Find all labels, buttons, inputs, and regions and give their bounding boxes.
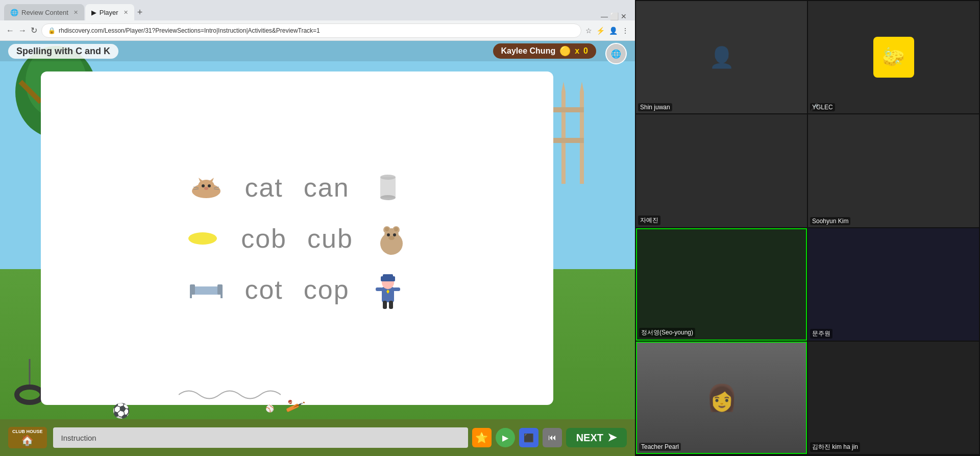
video-cell-kimhajin: 김하진 kim ha jin	[808, 342, 979, 454]
svg-rect-46	[383, 274, 393, 278]
word-cat: cat	[244, 172, 283, 203]
video-cell-jayejin: 자예진	[636, 114, 807, 227]
tire-swing	[14, 359, 45, 410]
cub-icon-container	[374, 226, 409, 251]
close-window-button[interactable]: ✕	[621, 12, 627, 20]
menu-icon[interactable]: ⋮	[622, 27, 629, 35]
cob-icon-container	[185, 226, 220, 251]
word-cop: cop	[304, 274, 350, 305]
play-icon: ▶	[502, 433, 508, 443]
coin-icon: 🟡	[559, 45, 571, 57]
score-badge: Kaylee Chung 🟡 x 0	[493, 43, 597, 59]
soccer-ball-decoration: ⚽	[112, 402, 130, 419]
tab-label-player: Player	[100, 9, 118, 16]
restore-button[interactable]: ⬜	[610, 12, 619, 20]
instruction-bar: Instruction	[53, 427, 468, 448]
title-badge: Spelling with C and K	[8, 44, 118, 59]
avatar-icon: 🌐	[611, 49, 621, 59]
teacher-person-icon: 👩	[706, 383, 738, 413]
star-icon: ⭐	[475, 431, 488, 444]
svg-point-18	[202, 184, 205, 187]
jayejin-video	[636, 114, 807, 227]
video-panel: 👤 Shin juwan 🧽 🎤 YGLEC 자예진 Soohyun Kim 정…	[635, 0, 980, 456]
tab-player-icon: ▶	[91, 9, 96, 16]
player-name: Kaylee Chung	[501, 46, 556, 56]
reload-button[interactable]: ↻	[31, 26, 37, 35]
kimhajin-video	[808, 342, 979, 454]
svg-point-26	[380, 175, 396, 180]
bookmark-icon[interactable]: ☆	[585, 27, 592, 35]
avatar-button[interactable]: 🌐	[605, 43, 627, 64]
stop-button[interactable]: ⬛	[519, 428, 538, 447]
svg-rect-51	[393, 287, 400, 291]
shin-juwan-label: Shin juwan	[638, 103, 672, 111]
word-cub: cub	[307, 223, 353, 254]
game-title: Spelling with C and K	[16, 46, 110, 56]
svg-rect-38	[191, 286, 222, 295]
browser-window: 🌐 Review Content ✕ ▶ Player ✕ + — ⬜ ✕ ← …	[0, 0, 635, 456]
svg-rect-49	[389, 301, 393, 309]
back-button[interactable]: ←	[6, 26, 14, 35]
rewind-button[interactable]: ⏮	[543, 428, 562, 447]
yglec-avatar: 🧽	[873, 37, 914, 78]
word-row-3: cot cop	[61, 274, 533, 305]
tab-label-review: Review Content	[21, 9, 68, 16]
video-cell-moonjuwon: 문주원	[808, 228, 979, 341]
club-house-button[interactable]: CLUB HOUSE 🏠	[8, 427, 47, 449]
profile-icon[interactable]: 👤	[609, 27, 618, 35]
svg-rect-25	[380, 177, 396, 198]
extensions-icon[interactable]: ⚡	[596, 27, 605, 35]
tab-player[interactable]: ▶ Player ✕	[85, 4, 134, 20]
nav-icons: ☆ ⚡ 👤 ⋮	[585, 27, 629, 35]
url-text: rhdiscovery.com/Lesson/Player/31?Preview…	[59, 27, 320, 34]
content-card: cat can	[41, 71, 553, 405]
tab-close-player[interactable]: ✕	[124, 9, 128, 16]
soohyun-label: Soohyun Kim	[810, 217, 850, 225]
svg-point-20	[204, 187, 208, 190]
word-row-1: cat can	[61, 172, 533, 203]
moonjuwon-video	[808, 228, 979, 341]
nav-bar: ← → ↻ 🔒 rhdiscovery.com/Lesson/Player/31…	[0, 20, 635, 41]
tab-review-content[interactable]: 🌐 Review Content ✕	[4, 4, 84, 20]
video-cell-teacher-pearl: 👩 Teacher Pearl	[636, 342, 807, 454]
cop-icon-container	[370, 277, 406, 302]
can-illustration	[375, 172, 401, 203]
svg-rect-48	[383, 301, 387, 309]
cub-illustration	[374, 221, 409, 256]
minimize-button[interactable]: —	[601, 12, 608, 20]
svg-point-35	[387, 233, 390, 236]
svg-point-36	[393, 233, 396, 236]
word-cob: cob	[241, 223, 287, 254]
ground-path-decoration	[179, 385, 281, 405]
svg-rect-50	[376, 287, 383, 291]
score-value: 0	[583, 46, 588, 56]
teacher-pearl-label: Teacher Pearl	[639, 443, 681, 451]
game-header: Spelling with C and K Kaylee Chung 🟡 x 0…	[0, 41, 635, 61]
placeholder-icon: 👤	[709, 45, 734, 69]
cot-icon-container	[188, 277, 224, 302]
stop-icon: ⬛	[524, 433, 534, 443]
jayejin-label: 자예진	[638, 215, 660, 225]
cat-illustration	[188, 175, 224, 200]
teacher-avatar: 👩	[637, 343, 806, 453]
baseball-decoration: ⚾	[265, 404, 274, 413]
rewind-icon: ⏮	[548, 433, 556, 442]
star-button[interactable]: ⭐	[472, 428, 492, 447]
video-cell-seoyoung: 정서영(Seo-young)	[636, 228, 807, 341]
tab-bar: 🌐 Review Content ✕ ▶ Player ✕ + — ⬜ ✕	[0, 0, 635, 20]
seoyoung-label: 정서영(Seo-young)	[639, 328, 695, 338]
next-label: NEXT	[576, 432, 603, 444]
address-bar[interactable]: 🔒 rhdiscovery.com/Lesson/Player/31?Previ…	[41, 23, 581, 38]
new-tab-button[interactable]: +	[137, 7, 143, 18]
house-icon: 🏠	[21, 434, 34, 446]
play-button[interactable]: ▶	[496, 428, 515, 447]
svg-marker-10	[561, 82, 566, 92]
forward-button[interactable]: →	[18, 26, 27, 35]
svg-point-28	[188, 232, 217, 245]
svg-point-27	[380, 195, 396, 200]
next-button[interactable]: NEXT ➤	[566, 428, 627, 447]
cot-illustration	[188, 280, 224, 298]
moonjuwon-label: 문주원	[810, 329, 832, 339]
svg-marker-11	[580, 82, 584, 92]
tab-close-review[interactable]: ✕	[74, 9, 78, 16]
